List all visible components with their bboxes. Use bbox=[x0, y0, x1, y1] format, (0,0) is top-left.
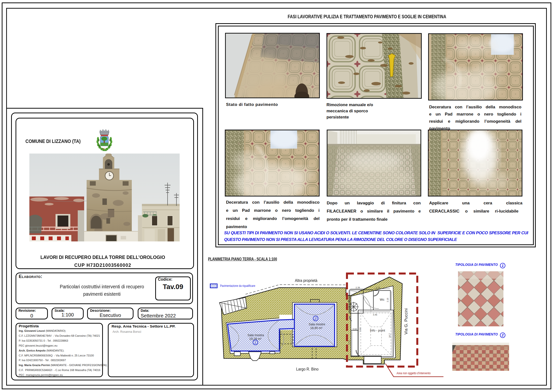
svg-text:2.39: 2.39 bbox=[356, 286, 360, 289]
svg-text:16.7: 16.7 bbox=[388, 333, 391, 338]
svg-text:1: 1 bbox=[254, 341, 256, 344]
svg-text:18,90 m²: 18,90 m² bbox=[310, 326, 322, 330]
svg-text:2: 2 bbox=[314, 317, 317, 320]
svg-text:1.9: 1.9 bbox=[349, 296, 351, 300]
svg-text:7.07: 7.07 bbox=[359, 327, 362, 332]
svg-text:Wc: Wc bbox=[380, 298, 384, 301]
svg-text:Sala mostre: Sala mostre bbox=[309, 323, 325, 326]
svg-text:2.15: 2.15 bbox=[386, 298, 389, 302]
svg-text:1.72: 1.72 bbox=[376, 286, 380, 289]
svg-text:2.71: 2.71 bbox=[348, 340, 350, 345]
svg-text:Sala mostra: Sala mostra bbox=[248, 333, 264, 337]
svg-text:Via G. Puccini: Via G. Puccini bbox=[404, 308, 408, 334]
svg-text:3.45: 3.45 bbox=[373, 314, 377, 316]
svg-text:Info - point: Info - point bbox=[370, 329, 385, 332]
svg-text:0.94: 0.94 bbox=[353, 328, 357, 330]
